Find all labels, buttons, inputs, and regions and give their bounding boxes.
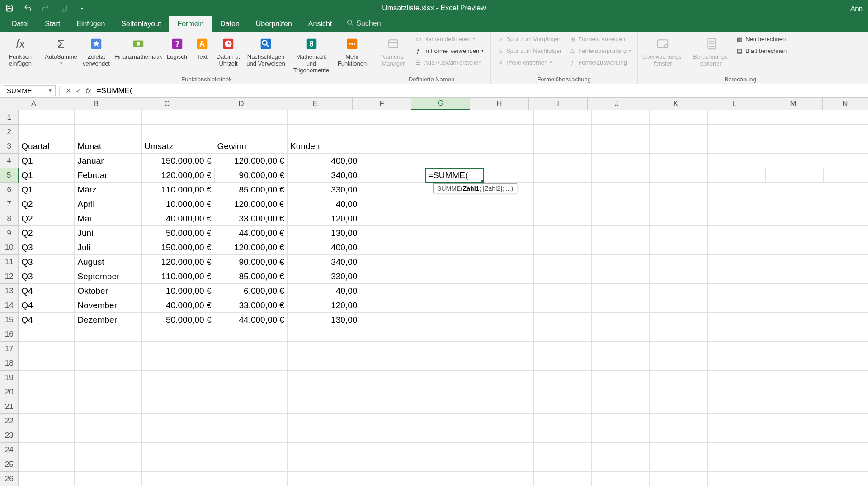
cell-A7[interactable]: Q2 bbox=[19, 197, 75, 211]
cell-F19[interactable] bbox=[360, 371, 418, 385]
column-header-K[interactable]: K bbox=[646, 98, 705, 110]
cell-F5[interactable] bbox=[360, 168, 418, 183]
cell-C20[interactable] bbox=[142, 385, 214, 399]
cell-I11[interactable] bbox=[534, 255, 592, 269]
cell-A19[interactable] bbox=[19, 371, 75, 385]
cell-N25[interactable] bbox=[823, 457, 868, 472]
cell-L11[interactable] bbox=[708, 255, 765, 269]
cell-L6[interactable] bbox=[708, 183, 765, 197]
cell-F7[interactable] bbox=[360, 197, 418, 211]
cell-M3[interactable] bbox=[765, 139, 823, 154]
cell-H1[interactable] bbox=[476, 110, 534, 125]
cell-G8[interactable] bbox=[418, 211, 476, 226]
cell-A8[interactable]: Q2 bbox=[19, 211, 75, 226]
cell-C13[interactable]: 10.000,00 € bbox=[142, 284, 214, 298]
cell-L16[interactable] bbox=[708, 327, 765, 342]
datetime-button[interactable]: Datum u. Uhrzeit bbox=[215, 34, 242, 68]
cell-H21[interactable] bbox=[476, 399, 534, 414]
row-header-24[interactable]: 24 bbox=[0, 443, 19, 457]
cell-B8[interactable]: Mai bbox=[75, 211, 142, 226]
cell-L15[interactable] bbox=[708, 313, 765, 327]
cell-B3[interactable]: Monat bbox=[75, 139, 142, 154]
cell-A18[interactable] bbox=[19, 356, 75, 371]
row-header-23[interactable]: 23 bbox=[0, 428, 19, 443]
cell-E9[interactable]: 130,00 bbox=[288, 226, 360, 240]
cell-E10[interactable]: 400,00 bbox=[288, 240, 360, 255]
cell-C1[interactable] bbox=[142, 110, 214, 125]
column-header-I[interactable]: I bbox=[529, 98, 588, 110]
use-in-formula-button[interactable]: ƒIn Formel verwenden▾ bbox=[413, 46, 486, 55]
cell-E21[interactable] bbox=[288, 399, 360, 414]
cell-L26[interactable] bbox=[708, 472, 765, 486]
cell-G3[interactable] bbox=[418, 139, 476, 154]
cell-E17[interactable] bbox=[288, 342, 360, 356]
cell-L14[interactable] bbox=[708, 298, 765, 313]
column-header-E[interactable]: E bbox=[278, 98, 353, 110]
cell-B4[interactable]: Januar bbox=[75, 154, 142, 168]
cell-D26[interactable] bbox=[214, 472, 287, 486]
cell-I21[interactable] bbox=[534, 399, 592, 414]
cell-J21[interactable] bbox=[592, 399, 650, 414]
cell-I20[interactable] bbox=[534, 385, 592, 399]
cell-I17[interactable] bbox=[534, 342, 592, 356]
cell-H22[interactable] bbox=[476, 414, 534, 428]
cell-N5[interactable] bbox=[824, 168, 868, 183]
cell-M18[interactable] bbox=[765, 356, 823, 371]
cell-C14[interactable]: 40.000,00 € bbox=[142, 298, 214, 313]
cell-I10[interactable] bbox=[534, 240, 592, 255]
cell-I6[interactable] bbox=[534, 183, 592, 197]
cell-D20[interactable] bbox=[214, 385, 287, 399]
cell-J9[interactable] bbox=[592, 226, 650, 240]
cell-H23[interactable] bbox=[476, 428, 534, 443]
active-cell-editor[interactable]: =SUMME( bbox=[425, 168, 484, 183]
cell-J1[interactable] bbox=[592, 110, 650, 125]
cell-M14[interactable] bbox=[765, 298, 823, 313]
cell-B18[interactable] bbox=[75, 356, 142, 371]
cell-L7[interactable] bbox=[708, 197, 765, 211]
cell-H20[interactable] bbox=[476, 385, 534, 399]
cell-B17[interactable] bbox=[75, 342, 142, 356]
cell-J6[interactable] bbox=[592, 183, 650, 197]
cell-K21[interactable] bbox=[650, 399, 708, 414]
cell-I4[interactable] bbox=[534, 154, 592, 168]
cell-J26[interactable] bbox=[592, 472, 650, 486]
search-box[interactable]: Suchen bbox=[340, 15, 387, 32]
cell-M20[interactable] bbox=[765, 385, 823, 399]
row-header-9[interactable]: 9 bbox=[0, 226, 19, 240]
cell-D6[interactable]: 85.000,00 € bbox=[214, 183, 287, 197]
lookup-button[interactable]: Nachschlagen und Verweisen bbox=[245, 34, 286, 68]
cell-D3[interactable]: Gewinn bbox=[214, 139, 287, 154]
cell-E2[interactable] bbox=[288, 125, 360, 139]
cell-L3[interactable] bbox=[708, 139, 765, 154]
cell-E18[interactable] bbox=[288, 356, 360, 371]
cell-K5[interactable] bbox=[650, 168, 708, 183]
cell-B2[interactable] bbox=[75, 125, 142, 139]
cell-B21[interactable] bbox=[75, 399, 142, 414]
cell-A13[interactable]: Q4 bbox=[19, 284, 75, 298]
cell-D25[interactable] bbox=[214, 457, 287, 472]
cell-L21[interactable] bbox=[708, 399, 765, 414]
cell-F16[interactable] bbox=[360, 327, 418, 342]
cell-M19[interactable] bbox=[765, 371, 823, 385]
cell-B23[interactable] bbox=[75, 428, 142, 443]
column-header-M[interactable]: M bbox=[764, 98, 823, 110]
cell-M8[interactable] bbox=[765, 211, 823, 226]
cell-M2[interactable] bbox=[765, 125, 823, 139]
cell-A11[interactable]: Q3 bbox=[19, 255, 75, 269]
cell-H26[interactable] bbox=[476, 472, 534, 486]
cell-D7[interactable]: 120.000,00 € bbox=[214, 197, 287, 211]
cell-L12[interactable] bbox=[708, 269, 765, 284]
cell-B20[interactable] bbox=[75, 385, 142, 399]
cell-H15[interactable] bbox=[476, 313, 534, 327]
row-header-3[interactable]: 3 bbox=[0, 139, 19, 154]
cell-E16[interactable] bbox=[288, 327, 360, 342]
cell-N21[interactable] bbox=[823, 399, 868, 414]
evaluate-formula-button[interactable]: ƒFormelauswertung bbox=[567, 58, 633, 67]
cell-F4[interactable] bbox=[360, 154, 418, 168]
cell-H16[interactable] bbox=[476, 327, 534, 342]
cell-K19[interactable] bbox=[650, 371, 708, 385]
cell-M15[interactable] bbox=[765, 313, 823, 327]
recent-button[interactable]: Zuletzt verwendet bbox=[80, 34, 112, 68]
user-name[interactable]: Ann bbox=[850, 5, 868, 12]
column-header-B[interactable]: B bbox=[62, 98, 130, 110]
